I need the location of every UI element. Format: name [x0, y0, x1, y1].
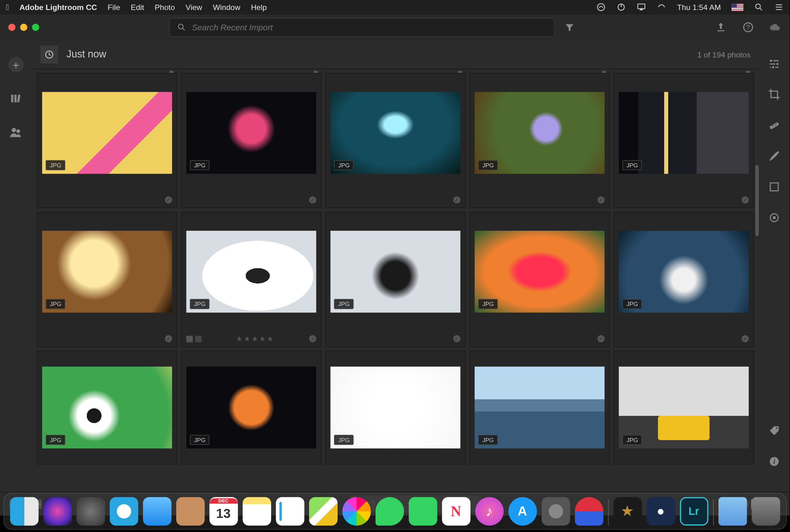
- dock-messages[interactable]: [375, 497, 404, 526]
- info-icon[interactable]: i: [768, 455, 781, 468]
- photo-cell[interactable]: JPG: [325, 350, 466, 464]
- keywords-icon[interactable]: [768, 424, 781, 437]
- dock-reminders[interactable]: [276, 497, 304, 526]
- menu-window[interactable]: Window: [213, 3, 241, 12]
- dock-preferences[interactable]: [542, 497, 570, 526]
- dock-news[interactable]: [442, 497, 470, 526]
- edit-panel-icon[interactable]: [768, 57, 781, 70]
- photo-thumbnail[interactable]: JPG: [186, 92, 316, 174]
- photo-cell[interactable]: JPG: [325, 212, 466, 347]
- svg-rect-17: [17, 95, 20, 102]
- dock-safari[interactable]: [110, 497, 138, 526]
- photo-thumbnail[interactable]: JPG: [475, 92, 604, 174]
- help-icon[interactable]: ?: [742, 21, 754, 33]
- photo-thumbnail[interactable]: JPG: [42, 366, 172, 448]
- creative-cloud-icon[interactable]: [597, 2, 606, 12]
- clock[interactable]: Thu 1:54 AM: [677, 3, 721, 12]
- menu-photo[interactable]: Photo: [155, 3, 175, 12]
- cloud-sync-icon[interactable]: [769, 21, 781, 33]
- sharing-button[interactable]: [9, 125, 23, 139]
- photo-cell[interactable]: JPG: [614, 350, 754, 464]
- svg-rect-28: [769, 122, 779, 130]
- photo-thumbnail[interactable]: JPG: [331, 92, 460, 174]
- search-input[interactable]: [192, 22, 547, 32]
- photo-thumbnail[interactable]: JPG: [475, 231, 604, 312]
- photo-cell[interactable]: JPG: [469, 73, 610, 208]
- photo-thumbnail[interactable]: JPG: [475, 366, 604, 448]
- photo-cell[interactable]: JPG: [37, 350, 177, 464]
- dock-magnet[interactable]: [575, 497, 603, 526]
- photo-thumbnail[interactable]: JPG: [331, 231, 460, 312]
- minimize-window-button[interactable]: [20, 24, 27, 31]
- photo-thumbnail[interactable]: JPG: [186, 366, 316, 448]
- spotlight-icon[interactable]: [754, 2, 764, 12]
- menu-file[interactable]: File: [108, 3, 120, 12]
- photo-thumbnail[interactable]: JPG: [186, 231, 316, 312]
- photo-cell[interactable]: JPG: [37, 212, 177, 347]
- fullscreen-window-button[interactable]: [32, 24, 39, 31]
- brush-icon[interactable]: [768, 150, 781, 163]
- add-photos-button[interactable]: ＋: [8, 57, 24, 72]
- dock-notes[interactable]: [242, 497, 271, 526]
- dock-downloads-folder[interactable]: [718, 497, 747, 526]
- dock-launchpad[interactable]: [76, 497, 105, 526]
- photo-cell[interactable]: JPG★★★★★: [181, 212, 322, 347]
- svg-line-11: [182, 28, 184, 30]
- photo-thumbnail[interactable]: JPG: [619, 231, 749, 312]
- menu-edit[interactable]: Edit: [131, 3, 144, 12]
- dock-appstore[interactable]: [508, 497, 537, 526]
- power-icon[interactable]: [617, 2, 626, 12]
- photo-thumbnail[interactable]: JPG: [619, 366, 749, 448]
- radial-gradient-icon[interactable]: [768, 211, 781, 224]
- menu-view[interactable]: View: [186, 3, 202, 12]
- linear-gradient-icon[interactable]: [768, 180, 781, 194]
- menu-help[interactable]: Help: [251, 3, 267, 12]
- photo-thumbnail[interactable]: JPG: [42, 231, 172, 312]
- healing-brush-icon[interactable]: [768, 119, 781, 132]
- photo-cell[interactable]: JPG: [469, 350, 610, 464]
- dock-facetime[interactable]: [409, 497, 437, 526]
- dock-trash[interactable]: [751, 497, 780, 526]
- reject-flag-icon[interactable]: [195, 335, 202, 342]
- dock-maps[interactable]: [309, 497, 337, 526]
- dock-finder[interactable]: [10, 497, 38, 526]
- dock-itunes[interactable]: [475, 497, 503, 526]
- photo-cell[interactable]: JPG: [325, 73, 466, 208]
- dock-1password[interactable]: [646, 497, 675, 526]
- app-name[interactable]: Adobe Lightroom CC: [19, 3, 97, 12]
- dock-contacts[interactable]: [176, 497, 204, 526]
- dock-siri[interactable]: [43, 497, 72, 526]
- recent-import-icon[interactable]: [40, 45, 58, 63]
- search-field[interactable]: [169, 18, 554, 37]
- dock-mail[interactable]: [143, 497, 171, 526]
- rating-stars[interactable]: ★★★★★: [236, 335, 275, 343]
- photo-grid[interactable]: JPGJPGJPGJPGJPGJPGJPG★★★★★JPGJPGJPGJPGJP…: [32, 69, 759, 492]
- photo-cell[interactable]: JPG: [614, 212, 754, 347]
- photo-cell[interactable]: JPG: [614, 73, 754, 208]
- photo-thumbnail[interactable]: JPG: [42, 92, 172, 174]
- filter-icon[interactable]: [564, 22, 575, 33]
- photo-cell[interactable]: JPG: [181, 350, 322, 464]
- dock-imovie[interactable]: [613, 497, 642, 526]
- photo-cell[interactable]: JPG: [181, 73, 322, 208]
- photo-cell[interactable]: JPG: [37, 73, 177, 208]
- dock-photos[interactable]: [342, 497, 370, 526]
- dock-lightroom[interactable]: [679, 497, 708, 526]
- my-photos-button[interactable]: [9, 92, 23, 106]
- scrollbar[interactable]: [755, 165, 759, 236]
- window-controls: [8, 24, 39, 31]
- pick-flag-icon[interactable]: [186, 335, 193, 342]
- photo-cell[interactable]: JPG: [469, 212, 610, 347]
- menu-extra-icon[interactable]: [657, 2, 666, 12]
- input-source-flag-icon[interactable]: [732, 3, 744, 11]
- close-window-button[interactable]: [8, 24, 16, 31]
- crop-icon[interactable]: [768, 88, 781, 101]
- dock-calendar[interactable]: 13: [209, 497, 238, 526]
- apple-menu-icon[interactable]: : [6, 3, 9, 12]
- photo-thumbnail[interactable]: JPG: [331, 366, 460, 448]
- photo-thumbnail[interactable]: JPG: [619, 92, 749, 174]
- airplay-icon[interactable]: [637, 2, 646, 12]
- filetype-badge: JPG: [622, 435, 642, 445]
- notification-center-icon[interactable]: [774, 2, 784, 12]
- share-icon[interactable]: [715, 21, 727, 33]
